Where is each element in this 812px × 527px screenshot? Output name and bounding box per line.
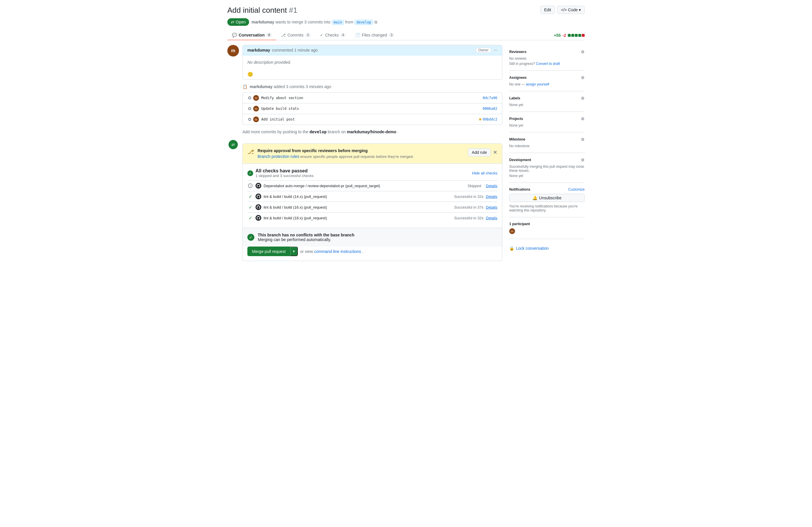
- progress-text: Still in progress?: [509, 62, 535, 66]
- header-buttons: Edit </> Code ▾: [540, 6, 585, 14]
- head-branch-tag[interactable]: develop: [354, 20, 373, 25]
- add-rule-button[interactable]: Add rule: [468, 148, 491, 156]
- command-line-link[interactable]: command line instructions: [314, 249, 361, 254]
- tabs-bar: 💬 Conversation 0 ⎇ Commits 3 ✓ Checks 4 …: [227, 30, 585, 40]
- emoji-button[interactable]: 🙂: [247, 72, 253, 77]
- assignees-gear-icon[interactable]: ⚙: [581, 75, 585, 80]
- github-logo-1: [256, 183, 261, 189]
- no-conflict-icon: ✓: [247, 234, 254, 241]
- diff-block-1: [568, 34, 571, 37]
- customize-notifications-link[interactable]: Customize: [568, 187, 585, 192]
- diff-block-2: [571, 34, 574, 37]
- sidebar-participants: 1 participant m: [509, 217, 585, 239]
- commit-list: m Modify about section 0dc7a96 m Update …: [243, 92, 502, 125]
- commit-item-2: m Update build stats 0006a82: [243, 103, 502, 114]
- milestone-title: Milestone: [509, 137, 525, 141]
- checks-icon: ✓: [320, 33, 323, 37]
- check-details-3[interactable]: Details: [486, 205, 497, 209]
- notifications-title: Notifications: [509, 187, 531, 192]
- check-details-1[interactable]: Details: [486, 184, 497, 188]
- push-info: Add more commits by pushing to the devel…: [227, 130, 502, 134]
- no-conflict-subtitle: Merging can be performed automatically.: [258, 237, 354, 242]
- github-logo-3: [256, 204, 261, 210]
- code-label: Code: [568, 7, 578, 12]
- development-gear-icon[interactable]: ⚙: [581, 157, 585, 162]
- tab-conversation-count: 0: [266, 33, 272, 37]
- conversation-area: m markdumay commented 1 minute ago Owner: [227, 45, 502, 261]
- tab-checks[interactable]: ✓ Checks 4: [315, 30, 350, 40]
- check-success-icon-2: ✓: [247, 204, 253, 210]
- labels-value: None yet: [509, 103, 585, 107]
- lock-conversation-button[interactable]: 🔒 Lock conversation: [509, 246, 585, 251]
- tab-commits[interactable]: ⎇ Commits 3: [276, 30, 315, 40]
- commits-activity-header: 📋 markdumay added 3 commits 3 minutes ag…: [243, 84, 502, 89]
- no-conflict-title: This branch has no conflicts with the ba…: [258, 232, 354, 237]
- diff-block-4: [578, 34, 581, 37]
- merge-button-dropdown[interactable]: ▾: [290, 246, 298, 256]
- milestone-gear-icon[interactable]: ⚙: [581, 137, 585, 142]
- comment-footer: 🙂: [243, 69, 502, 79]
- check-result-1: Skipped: [467, 184, 481, 188]
- commit-msg-3: Add initial post: [261, 117, 479, 121]
- tab-conversation-label: Conversation: [239, 33, 264, 37]
- comment-author[interactable]: markdumay: [247, 48, 270, 52]
- branch-protection-link[interactable]: Branch protection rules: [258, 154, 299, 159]
- svg-point-1: [248, 107, 251, 110]
- reviewers-gear-icon[interactable]: ⚙: [581, 49, 585, 54]
- tab-checks-label: Checks: [325, 33, 339, 37]
- sidebar-projects: Projects ⚙ None yet: [509, 112, 585, 132]
- check-items: Dependabot auto-merge / review-dependabo…: [247, 180, 497, 223]
- edit-button[interactable]: Edit: [540, 6, 555, 14]
- commit-sha-3[interactable]: 09bddc2: [482, 117, 497, 121]
- check-details-2[interactable]: Details: [486, 194, 497, 199]
- commit-msg-1: Modify about section: [261, 96, 482, 100]
- merge-actions: Merge pull request ▾ or view command lin…: [243, 246, 502, 261]
- projects-gear-icon[interactable]: ⚙: [581, 117, 585, 121]
- commit-sha-2[interactable]: 0006a82: [482, 107, 497, 111]
- reviewers-title: Reviewers: [509, 50, 526, 54]
- tab-conversation[interactable]: 💬 Conversation 0: [227, 30, 276, 40]
- participant-avatar-1[interactable]: m: [509, 228, 515, 234]
- commit-item-1: m Modify about section 0dc7a96: [243, 93, 502, 103]
- push-repo: markdumay/hinode-demo: [347, 130, 396, 134]
- code-button[interactable]: </> Code ▾: [557, 6, 585, 14]
- check-name-2: lint & build / build (14.x) (pull_reques…: [264, 194, 454, 199]
- base-branch-tag[interactable]: main: [332, 20, 344, 25]
- check-result-2: Successful in 32s: [454, 194, 483, 199]
- comment-header-left: markdumay commented 1 minute ago: [247, 48, 318, 52]
- projects-title: Projects: [509, 117, 523, 121]
- commit-msg-2: Update build stats: [261, 107, 482, 111]
- hide-checks-link[interactable]: Hide all checks: [472, 171, 497, 175]
- avatar: m: [227, 45, 239, 57]
- milestone-value: No milestone: [509, 144, 585, 148]
- merge-button-main[interactable]: Merge pull request: [247, 247, 290, 256]
- check-details-4[interactable]: Details: [486, 216, 497, 220]
- convert-to-draft-link[interactable]: Convert to draft: [536, 62, 560, 66]
- copy-icon[interactable]: ⧉: [374, 20, 377, 24]
- check-result-4: Successful in 32s: [454, 216, 483, 220]
- commit-sha-1[interactable]: 0dc7a96: [482, 96, 497, 100]
- assignees-value: No one — assign yourself: [509, 82, 585, 86]
- check-success-icon-3: ✓: [247, 215, 253, 221]
- checks-title-text: All checks have passed: [256, 168, 314, 174]
- no-conflict-section: ✓ This branch has no conflicts with the …: [243, 228, 502, 246]
- github-logo-2: [256, 194, 261, 199]
- unsubscribe-button[interactable]: 🔔 Unsubscribe: [509, 194, 585, 202]
- close-warning-button[interactable]: ✕: [493, 149, 497, 155]
- merge-pull-request-button[interactable]: Merge pull request ▾: [247, 246, 298, 256]
- labels-gear-icon[interactable]: ⚙: [581, 96, 585, 101]
- commits-icon: ⎇: [281, 33, 286, 37]
- comment-container: markdumay commented 1 minute ago Owner ·…: [243, 45, 502, 80]
- svg-point-2: [248, 118, 251, 121]
- assign-yourself-link[interactable]: assign yourself: [526, 82, 549, 86]
- more-button[interactable]: ···: [494, 47, 497, 53]
- tab-files-changed[interactable]: 📄 Files changed 3: [350, 30, 399, 40]
- diff-block-3: [575, 34, 578, 37]
- comment-block: m markdumay commented 1 minute ago Owner: [227, 45, 502, 80]
- participants-title: 1 participant: [509, 222, 530, 226]
- checks-subtitle: 1 skipped and 3 successful checks: [256, 174, 314, 178]
- sidebar-reviewers: Reviewers ⚙ No reviews Still in progress…: [509, 45, 585, 71]
- main-content: m markdumay commented 1 minute ago Owner: [227, 45, 585, 261]
- svg-point-5: [250, 186, 250, 187]
- comment-header-right: Owner ···: [476, 47, 497, 53]
